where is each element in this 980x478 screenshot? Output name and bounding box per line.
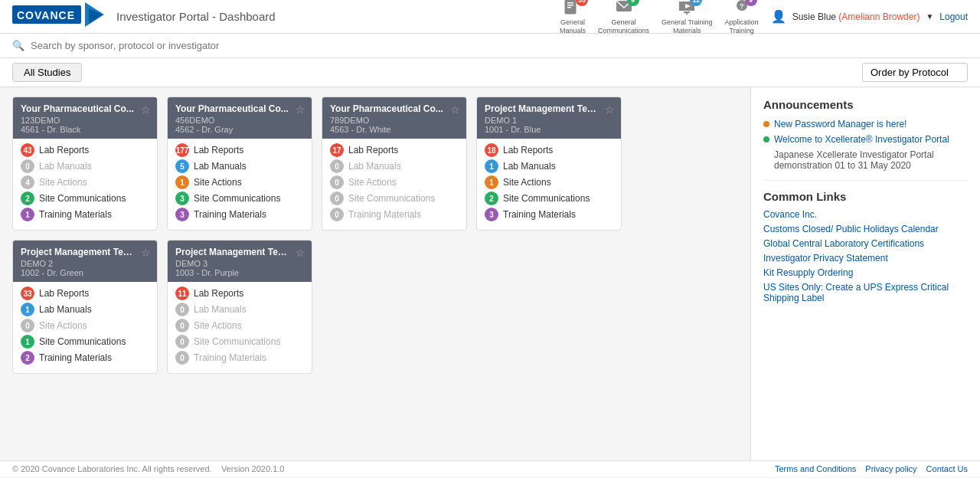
announcement-link-1[interactable]: New Password Manager is here! (774, 119, 906, 129)
star-button[interactable]: ☆ (450, 103, 460, 116)
card-item[interactable]: 0 Lab Manuals (330, 159, 459, 173)
card-item[interactable]: 0 Lab Manuals (175, 303, 304, 316)
common-link[interactable]: Customs Closed/ Public Holidays Calendar (763, 224, 968, 234)
study-card[interactable]: Your Pharmaceutical Co... 789DEMO 4563 -… (322, 97, 467, 231)
cards-area: Your Pharmaceutical Co... 123DEMO 4561 -… (0, 87, 750, 460)
item-label: Site Communications (503, 193, 590, 204)
card-investigator: 1002 - Dr. Green (21, 268, 149, 277)
card-item[interactable]: 2 Site Communications (21, 192, 149, 205)
item-label: Site Actions (348, 177, 397, 188)
star-button[interactable]: ☆ (141, 103, 151, 116)
card-body: 43 Lab Reports 0 Lab Manuals 4 Site Acti… (13, 139, 157, 230)
item-badge: 17 (330, 143, 344, 157)
common-link[interactable]: Covance Inc. (763, 209, 968, 220)
card-item[interactable]: 2 Site Communications (485, 192, 613, 205)
card-item[interactable]: 0 Training Materials (330, 208, 459, 221)
card-item[interactable]: 1 Lab Manuals (485, 159, 613, 173)
search-input[interactable] (31, 40, 260, 51)
card-item[interactable]: 0 Site Actions (330, 175, 459, 189)
svg-text:?: ? (740, 2, 744, 10)
card-item[interactable]: 1 Training Materials (21, 208, 149, 221)
item-badge: 43 (21, 143, 34, 157)
common-link[interactable]: Kit Resupply Ordering (763, 267, 968, 278)
card-body: 33 Lab Reports 1 Lab Manuals 0 Site Acti… (13, 282, 157, 373)
nav-icons: 35 GeneralManuals 9 GeneralCommunication… (560, 0, 759, 34)
card-item[interactable]: 1 Site Communications (21, 335, 149, 349)
all-studies-button[interactable]: All Studies (12, 63, 82, 82)
card-item[interactable]: 3 Site Communications (175, 192, 304, 205)
nav-general-training-materials[interactable]: 12 General TrainingMaterials (662, 0, 713, 34)
item-label: Site Communications (39, 193, 126, 204)
card-item[interactable]: 17 Lab Reports (330, 143, 459, 157)
terms-link[interactable]: Terms and Conditions (775, 464, 856, 473)
card-demo: 123DEMO (21, 116, 149, 125)
card-investigator: 1001 - Dr. Blue (485, 125, 613, 134)
card-item[interactable]: 18 Lab Reports (485, 143, 613, 157)
announcement-dot-2 (763, 136, 769, 142)
card-item[interactable]: 0 Site Communications (330, 192, 459, 205)
logo-covance: COVANCE (12, 2, 104, 31)
item-badge: 1 (485, 175, 498, 189)
contact-link[interactable]: Contact Us (926, 464, 968, 473)
svg-text:COVANCE: COVANCE (17, 9, 75, 21)
order-select[interactable]: Order by Protocol (862, 63, 968, 82)
nav-general-manuals[interactable]: 35 GeneralManuals (560, 0, 586, 34)
star-button[interactable]: ☆ (296, 103, 305, 116)
item-badge: 3 (175, 192, 189, 205)
general-communications-label: GeneralCommunications (598, 18, 649, 35)
item-label: Training Materials (39, 352, 112, 363)
star-button[interactable]: ☆ (141, 247, 151, 259)
general-manuals-label: GeneralManuals (560, 18, 586, 35)
card-item[interactable]: 33 Lab Reports (21, 286, 149, 300)
card-item[interactable]: 5 Lab Manuals (175, 159, 304, 173)
card-title: Project Management Tes... (485, 103, 613, 114)
privacy-link[interactable]: Privacy policy (865, 464, 916, 473)
item-badge: 0 (21, 319, 34, 332)
item-badge: 11 (175, 286, 189, 300)
card-item[interactable]: 3 Training Materials (485, 208, 613, 221)
card-item[interactable]: 0 Site Actions (175, 319, 304, 332)
item-badge: 0 (330, 208, 344, 221)
card-item[interactable]: 177 Lab Reports (175, 143, 304, 157)
common-link[interactable]: US Sites Only: Create a UPS Express Crit… (763, 282, 968, 303)
logout-button[interactable]: Logout (939, 11, 968, 22)
card-item[interactable]: 0 Site Actions (21, 319, 149, 332)
footer-links: Terms and Conditions Privacy policy Cont… (775, 464, 968, 473)
card-item[interactable]: 0 Training Materials (175, 351, 304, 365)
star-button[interactable]: ☆ (296, 247, 305, 259)
card-item[interactable]: 3 Training Materials (175, 208, 304, 221)
study-card[interactable]: Project Management Tes... DEMO 2 1002 - … (12, 240, 158, 374)
study-card[interactable]: Your Pharmaceutical Co... 123DEMO 4561 -… (12, 97, 158, 231)
card-item[interactable]: 43 Lab Reports (21, 143, 149, 157)
nav-application-training[interactable]: ? 9 ApplicationTraining (725, 0, 759, 34)
right-panel: Announcements New Password Manager is he… (750, 87, 980, 460)
item-label: Site Communications (348, 193, 435, 204)
common-link[interactable]: Investigator Privacy Statement (763, 253, 968, 264)
footer: © 2020 Covance Laboratories Inc. All rig… (0, 460, 980, 476)
star-button[interactable]: ☆ (605, 103, 615, 116)
card-item[interactable]: 2 Training Materials (21, 351, 149, 365)
main-layout: Your Pharmaceutical Co... 123DEMO 4561 -… (0, 87, 980, 460)
item-badge: 5 (175, 159, 189, 173)
study-card[interactable]: Project Management Tes... DEMO 1 1001 - … (476, 97, 622, 231)
card-body: 177 Lab Reports 5 Lab Manuals 1 Site Act… (168, 139, 312, 230)
item-badge: 33 (21, 286, 34, 300)
card-item[interactable]: 0 Site Communications (175, 335, 304, 349)
card-item[interactable]: 0 Lab Manuals (21, 159, 149, 173)
cards-row-1: Your Pharmaceutical Co... 123DEMO 4561 -… (12, 97, 738, 231)
study-card[interactable]: Project Management Tes... DEMO 3 1003 - … (167, 240, 312, 374)
item-label: Training Materials (348, 209, 421, 220)
card-item[interactable]: 1 Site Actions (485, 175, 613, 189)
nav-general-communications[interactable]: 9 GeneralCommunications (598, 0, 649, 34)
common-link[interactable]: Global Central Laboratory Certifications (763, 238, 968, 249)
user-dropdown-icon[interactable]: ▼ (926, 12, 933, 21)
card-item[interactable]: 1 Lab Manuals (21, 303, 149, 316)
card-item[interactable]: 11 Lab Reports (175, 286, 304, 300)
announcement-link-2[interactable]: Welcome to Xcellerate® Investigator Port… (774, 134, 949, 145)
study-card[interactable]: Your Pharmaceutical Co... 456DEMO 4562 -… (167, 97, 312, 231)
card-header: Your Pharmaceutical Co... 123DEMO 4561 -… (13, 97, 157, 139)
card-item[interactable]: 4 Site Actions (21, 175, 149, 189)
item-badge: 1 (21, 335, 34, 349)
item-label: Lab Manuals (194, 304, 247, 315)
card-item[interactable]: 1 Site Actions (175, 175, 304, 189)
